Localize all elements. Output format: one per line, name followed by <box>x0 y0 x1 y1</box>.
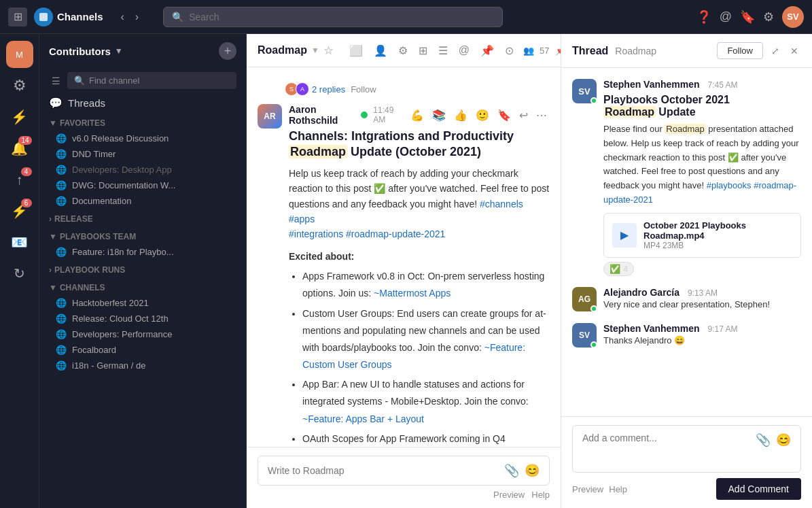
channels-hashtag[interactable]: #channels <box>480 199 523 209</box>
channel-dropdown-icon[interactable]: ▼ <box>311 46 319 55</box>
nav-forward-button[interactable]: › <box>131 8 143 26</box>
comment-attachment-icon[interactable]: 📎 <box>756 433 771 447</box>
reply-action-icon[interactable]: ↩ <box>516 107 531 123</box>
sidebar-item-dnd[interactable]: 🌐 DND Timer <box>39 146 246 162</box>
add-comment-button[interactable]: Add Comment <box>716 478 801 500</box>
message-intro-text: Help us keep track of reach by adding yo… <box>289 166 550 242</box>
app-icon-mattermost[interactable]: M <box>6 41 33 68</box>
sidebar-item-desktop[interactable]: 🌐 Developers: Desktop App <box>39 162 246 177</box>
sidebar-section-release[interactable]: › RELEASE <box>39 209 246 226</box>
roadmap2021-hashtag[interactable]: #roadmap-update-2021 <box>603 180 796 205</box>
help-icon[interactable]: ❓ <box>696 10 711 24</box>
comment-emoji-icon[interactable]: 😊 <box>776 433 791 447</box>
sidebar-item-dev-perf[interactable]: 🌐 Developers: Performance <box>39 326 246 342</box>
channel-layout-icon[interactable]: ⬜ <box>347 41 366 60</box>
globe-icon: 🌐 <box>56 196 67 206</box>
sidebar-item-docs[interactable]: 🌐 Documentation <box>39 193 246 209</box>
thread-messages-area: SV Stephen Vanhemmen 7:45 AM Playbooks O… <box>561 68 812 416</box>
thread-reply-2: SV Stephen Vanhemmen 9:17 AM Thanks Alej… <box>572 323 801 348</box>
search-input[interactable] <box>189 12 494 22</box>
file-info: October 2021 Playbooks Roadmap.mp4 MP4 2… <box>643 220 792 250</box>
help-button[interactable]: Help <box>531 490 550 500</box>
training-icon[interactable]: 📚 <box>429 107 448 123</box>
apps-hashtag[interactable]: #apps <box>289 214 315 224</box>
reply1-content: Alejandro García 9:13 AM Very nice and c… <box>603 287 801 312</box>
reply1-header: Alejandro García 9:13 AM <box>603 287 801 298</box>
channel-star-icon[interactable]: ☆ <box>323 44 333 57</box>
channel-mention-icon[interactable]: @ <box>456 41 472 60</box>
bookmark-icon[interactable]: 🔖 <box>740 10 755 24</box>
integrations-hashtag[interactable]: #integrations <box>289 228 343 239</box>
emoji-icon[interactable]: 😊 <box>525 463 540 478</box>
sidebar-section-channels[interactable]: ▼ CHANNELS <box>39 277 246 295</box>
channel-pin-icon[interactable]: 📌 <box>478 41 497 60</box>
custom-user-groups-link[interactable]: ~Feature: Custom User Groups <box>302 342 525 370</box>
search-bar[interactable]: 🔍 <box>163 7 503 27</box>
message-input[interactable] <box>268 465 499 476</box>
emoji-action-icon[interactable]: 🙂 <box>473 107 492 123</box>
thumbsup-icon[interactable]: 👍 <box>451 107 470 123</box>
reaction-action-icon[interactable]: 💪 <box>408 107 427 123</box>
nav-back-button[interactable]: ‹ <box>117 8 128 26</box>
apps-bar-link[interactable]: ~Feature: Apps Bar + Layout <box>302 413 424 424</box>
comment-help-link[interactable]: Help <box>609 484 627 494</box>
reply-avatars: S A <box>285 82 306 96</box>
workspace-name[interactable]: Contributors ▼ <box>49 46 123 57</box>
bookmark-action-icon[interactable]: 🔖 <box>495 107 514 123</box>
apps-grid-icon[interactable]: ⊞ <box>8 7 27 27</box>
filter-icon[interactable]: ☰ <box>49 73 63 89</box>
comment-preview-link[interactable]: Preview <box>572 484 603 494</box>
mattermost-apps-link[interactable]: ~Mattermost Apps <box>374 288 451 299</box>
channel-list-icon[interactable]: ☰ <box>436 41 451 60</box>
add-channel-button[interactable]: + <box>219 42 236 60</box>
sidebar-item-i18n-german[interactable]: 🌐 i18n - German / de <box>39 358 246 373</box>
more-action-icon[interactable]: ⋯ <box>533 107 550 123</box>
sidebar-item-v60[interactable]: 🌐 v6.0 Release Discussion <box>39 131 246 146</box>
reply2-online-dot <box>590 341 597 348</box>
thread-expand-icon[interactable]: ⤢ <box>769 43 782 59</box>
comment-input-box[interactable]: 📎 😊 <box>572 425 801 473</box>
thread-reaction-badge[interactable]: ✅ 4 <box>603 262 634 276</box>
find-channel-search[interactable]: 🔍 Find channel <box>67 72 236 89</box>
badge-4: 4 <box>21 167 32 176</box>
channel-name-i18n-german: i18n - German / de <box>72 360 145 371</box>
roadmap-hashtag[interactable]: #roadmap-update-2021 <box>346 228 445 239</box>
app-icon-4[interactable]: ↑ 4 <box>6 166 33 193</box>
sidebar-item-i18n[interactable]: 🌐 Feature: i18n for Playbo... <box>39 244 246 260</box>
thread-file-attachment[interactable]: ▶ October 2021 Playbooks Roadmap.mp4 MP4… <box>603 213 801 258</box>
thread-close-icon[interactable]: ✕ <box>788 43 801 59</box>
sidebar-item-dwg[interactable]: 🌐 DWG: Documentation W... <box>39 177 246 193</box>
message-bullet-list: Apps Framework v0.8 in Oct: On-prem serv… <box>289 268 550 447</box>
replies-follow-link[interactable]: Follow <box>351 84 376 95</box>
sidebar-item-release-cloud[interactable]: 🌐 Release: Cloud Oct 12th <box>39 311 246 326</box>
input-footer: Preview Help <box>258 486 550 500</box>
channel-split-icon[interactable]: ⊞ <box>416 41 430 60</box>
channel-more-icon[interactable]: ⊙ <box>502 41 516 60</box>
sidebar-section-playbooks-team[interactable]: ▼ PLAYBOOKS TEAM <box>39 226 246 244</box>
app-icon-14[interactable]: 🔔 14 <box>6 135 33 162</box>
sidebar-header: Contributors ▼ + <box>39 34 246 68</box>
preview-button[interactable]: Preview <box>493 490 525 500</box>
comment-input[interactable] <box>582 433 750 443</box>
attachment-icon[interactable]: 📎 <box>504 463 519 478</box>
replies-count-link[interactable]: 2 replies <box>312 84 345 95</box>
thread-follow-button[interactable]: Follow <box>717 42 763 59</box>
mention-icon[interactable]: @ <box>720 10 732 24</box>
thread-reply-1: AG Alejandro García 9:13 AM Very nice an… <box>572 287 801 312</box>
message-input-box[interactable]: 📎 😊 <box>258 456 550 486</box>
app-icon-6[interactable]: ⚡ 6 <box>6 197 33 224</box>
playbooks-hashtag[interactable]: #playbooks <box>707 180 752 190</box>
app-icon-refresh[interactable]: ↻ <box>6 260 33 287</box>
settings-icon[interactable]: ⚙ <box>763 10 774 24</box>
sidebar-item-hacktoberfest[interactable]: 🌐 Hacktoberfest 2021 <box>39 295 246 311</box>
channel-integrations-icon[interactable]: ⚙ <box>395 41 410 60</box>
channel-members-icon[interactable]: 👤 <box>371 41 390 60</box>
app-icon-0[interactable]: 📧 <box>6 228 33 256</box>
user-avatar[interactable]: SV <box>782 6 804 28</box>
app-icon-github[interactable]: ⚙ <box>6 72 33 99</box>
sidebar-section-favorites[interactable]: ▼ FAVORITES <box>39 113 246 131</box>
sidebar-item-focalboard[interactable]: 🌐 Focalboard <box>39 342 246 358</box>
app-icon-playbooks[interactable]: ⚡ <box>6 103 33 131</box>
sidebar-item-threads[interactable]: 💬 Threads <box>39 93 246 113</box>
sidebar-section-playbook-runs[interactable]: › PLAYBOOK RUNS <box>39 260 246 277</box>
